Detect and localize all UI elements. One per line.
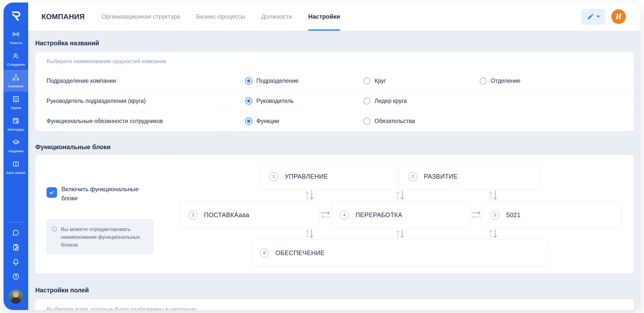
sidebar-item-label: Компания [8, 84, 23, 88]
block-label: РАЗВИТИЕ [424, 173, 458, 180]
radio-unselected[interactable] [364, 77, 370, 84]
radio-unselected[interactable] [364, 118, 370, 125]
functional-blocks-card: Включить функциональные блоки Вы можете … [35, 155, 634, 273]
up-down-arrows-icon [487, 190, 499, 201]
tab-business-processes[interactable]: Бизнес-процессы [196, 3, 245, 31]
radio-option[interactable]: Лидер круга [364, 98, 407, 104]
sidebar-item-label: Задачи [10, 106, 21, 110]
pencil-icon [587, 13, 594, 20]
radio-option[interactable]: Руководитель [245, 98, 294, 104]
radio-selected[interactable] [245, 77, 252, 84]
help-icon [12, 272, 20, 281]
radio-option[interactable]: Обязательства [364, 118, 415, 125]
book-icon [12, 160, 20, 169]
app-logo[interactable] [4, 3, 28, 27]
notifications-button[interactable] [4, 258, 28, 266]
radio-unselected[interactable] [364, 98, 370, 104]
sidebar-item-label: Сотрудники [7, 63, 25, 66]
header: КОМПАНИЯ Организационная структура Бизне… [28, 3, 640, 31]
clipboard-edit-icon [12, 243, 20, 252]
sidebar-item-knowledge-base[interactable]: База знаний [4, 156, 28, 178]
edit-mode-button[interactable] [581, 9, 605, 25]
up-down-arrows-icon [394, 229, 406, 239]
sidebar-item-employees[interactable]: Сотрудники [4, 48, 28, 70]
sidebar-item-news[interactable]: Новости [4, 27, 28, 48]
block-label: 5021 [506, 211, 520, 219]
logo-r-icon [9, 9, 23, 23]
naming-card: Выберите наименования сущностей компании… [35, 52, 634, 131]
academy-icon [12, 138, 20, 147]
radio-option[interactable]: Подразделение [245, 77, 299, 84]
naming-card-header: Выберите наименования сущностей компании [35, 52, 634, 71]
radio-option[interactable]: Отделение [480, 77, 520, 84]
sidebar-item-label: База знаний [7, 171, 25, 175]
block-label: ПЕРЕРАБОТКА [355, 211, 402, 219]
chevron-down-icon [596, 16, 600, 18]
sidebar-item-calendar[interactable]: Календарь [4, 113, 28, 135]
user-avatar[interactable] [9, 290, 23, 304]
info-box: Вы можете отредактировать наименования ф… [46, 219, 154, 255]
radio-option[interactable]: Круг [364, 77, 386, 84]
sidebar-item-label: Календарь [8, 128, 24, 131]
info-text: Вы можете отредактировать наименования ф… [61, 225, 148, 249]
chat-button[interactable] [4, 228, 28, 237]
radio-selected[interactable] [245, 118, 252, 125]
sidebar-item-academy[interactable]: Академия [4, 135, 28, 156]
section-title-naming: Настройка названий [35, 40, 634, 47]
checkbox-label[interactable]: Включить функциональные блоки [61, 185, 144, 203]
functional-block-6[interactable]: 6 ОБЕСПЕЧЕНИЕ [251, 239, 548, 266]
edit-tasks-button[interactable] [4, 243, 28, 252]
tab-settings[interactable]: Настройки [308, 3, 340, 31]
row-label: Функциональные обязанности сотрудников [35, 118, 224, 125]
company-icon [12, 73, 20, 83]
tasks-icon [12, 95, 20, 104]
broadcast-icon [12, 30, 20, 39]
chat-icon [12, 228, 20, 237]
sidebar-item-label: Академия [8, 149, 23, 153]
table-row: Руководитель подразделения (круга) Руков… [35, 91, 634, 111]
block-number-badge: 2 [408, 172, 417, 181]
sidebar-item-tasks[interactable]: Задачи [4, 92, 28, 113]
table-row: Подразделение компании Подразделение Кру… [35, 71, 634, 91]
fields-card: Выберите поля, которые будут отображены … [35, 299, 634, 310]
section-title-blocks: Функциональные блоки [35, 143, 634, 151]
block-label: ПОСТАВКАааа [204, 211, 249, 219]
fields-card-header: Выберите поля, которые будут отображены … [35, 299, 634, 310]
functional-block-4[interactable]: 4 ПЕРЕРАБОТКА [331, 201, 470, 229]
functional-block-3[interactable]: 3 ПОСТАВКАааа [180, 201, 320, 229]
block-number-badge: 6 [260, 248, 269, 257]
left-right-arrows-icon [320, 210, 331, 220]
help-button[interactable] [4, 272, 28, 281]
row-label: Подразделение компании [35, 77, 224, 84]
enable-blocks-checkbox[interactable] [47, 187, 57, 198]
up-down-arrows-icon [304, 190, 315, 201]
block-number-badge: 5 [491, 211, 500, 220]
bell-icon [12, 258, 20, 266]
radio-option[interactable]: Функции [245, 118, 279, 125]
tab-org-structure[interactable]: Организационная структура [101, 3, 180, 31]
checkmark-icon [49, 189, 55, 196]
section-title-fields: Настройки полей [35, 287, 634, 294]
sidebar-item-label: Новости [10, 41, 22, 45]
tab-positions[interactable]: Должности [261, 3, 292, 31]
table-row: Функциональные обязанности сотрудников Ф… [35, 111, 634, 131]
account-avatar[interactable]: И [611, 9, 626, 24]
left-right-arrows-icon [471, 210, 482, 220]
up-down-arrows-icon [394, 190, 406, 201]
blocks-left-panel: Включить функциональные блоки Вы можете … [35, 155, 164, 273]
radio-unselected[interactable] [480, 77, 487, 84]
functional-block-2[interactable]: 2 РАЗВИТИЕ [399, 163, 540, 190]
row-label: Руководитель подразделения (круга) [35, 98, 224, 104]
block-label: УПРАВЛЕНИЕ [285, 173, 328, 180]
functional-block-1[interactable]: 1 УПРАВЛЕНИЕ [260, 163, 397, 190]
sidebar: Новости Сотрудники [4, 3, 28, 310]
sidebar-divider [8, 222, 24, 222]
sidebar-item-company[interactable]: Компания [4, 70, 28, 92]
up-down-arrows-icon [487, 229, 499, 239]
block-number-badge: 1 [269, 172, 278, 181]
calendar-icon [12, 117, 20, 126]
block-label: ОБЕСПЕЧЕНИЕ [275, 249, 325, 257]
radio-selected[interactable] [245, 98, 252, 104]
functional-block-5[interactable]: 5 5021 [482, 201, 621, 229]
header-actions: И [581, 9, 626, 25]
